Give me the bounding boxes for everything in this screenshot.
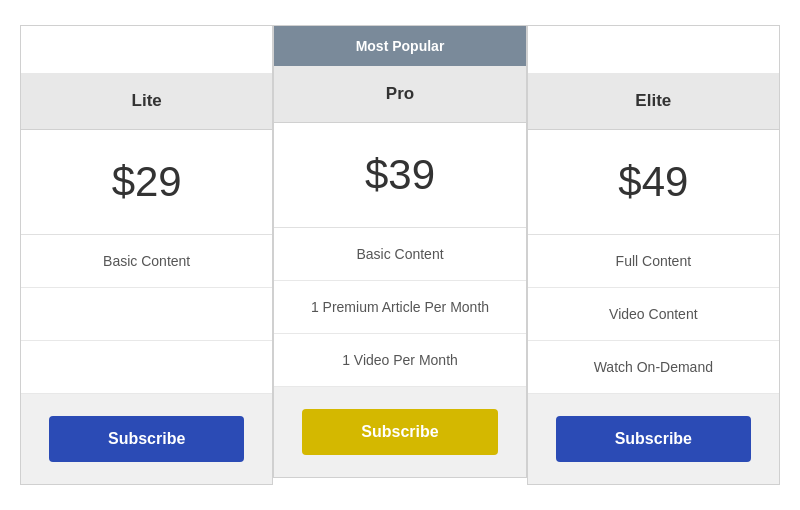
most-popular-badge: Most Popular [274,26,525,66]
plan-pro-feature-3: 1 Video Per Month [274,334,525,387]
plan-lite-subscribe-button[interactable]: Subscribe [49,416,244,462]
plan-lite-feature-3 [21,341,272,394]
plan-elite-feature-2: Video Content [528,288,779,341]
plan-lite-name: Lite [21,73,272,130]
plan-pro-name: Pro [274,66,525,123]
plan-pro-feature-1: Basic Content [274,228,525,281]
pricing-container: Lite $29 Basic Content Subscribe Most Po… [20,25,780,485]
plan-lite: Lite $29 Basic Content Subscribe [20,25,273,485]
lite-spacer [21,26,272,73]
plan-pro: Most Popular Pro $39 Basic Content 1 Pre… [273,25,526,478]
plan-lite-footer: Subscribe [21,394,272,484]
plan-elite-footer: Subscribe [528,394,779,484]
plan-elite-feature-1: Full Content [528,235,779,288]
plan-pro-price: $39 [274,123,525,228]
elite-spacer [528,26,779,73]
plan-elite-subscribe-button[interactable]: Subscribe [556,416,751,462]
plan-lite-price: $29 [21,130,272,235]
plan-pro-subscribe-button[interactable]: Subscribe [302,409,497,455]
plan-elite-price: $49 [528,130,779,235]
plan-elite: Elite $49 Full Content Video Content Wat… [527,25,780,485]
plan-pro-feature-2: 1 Premium Article Per Month [274,281,525,334]
plan-pro-footer: Subscribe [274,387,525,477]
plan-elite-feature-3: Watch On-Demand [528,341,779,394]
plan-lite-feature-2 [21,288,272,341]
plan-elite-name: Elite [528,73,779,130]
plan-lite-feature-1: Basic Content [21,235,272,288]
